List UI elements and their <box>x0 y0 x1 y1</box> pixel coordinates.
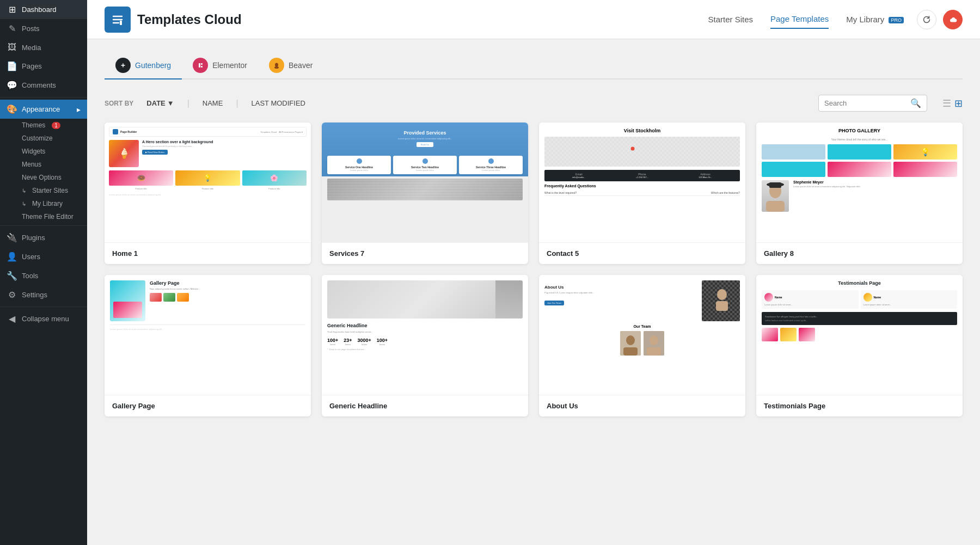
tab-gutenberg[interactable]: Gutenberg <box>105 52 182 79</box>
themes-badge: 1 <box>52 122 60 129</box>
starter-sites-arrow-icon: ↳ <box>22 188 26 194</box>
users-icon: 👤 <box>7 252 17 262</box>
sidebar-label-widgets: Widgets <box>22 148 45 155</box>
sidebar-item-settings[interactable]: ⚙ Settings <box>0 285 87 304</box>
template-label-gallery-8: Gallery 8 <box>756 242 963 264</box>
sidebar-divider-3 <box>0 307 87 307</box>
sort-by-last-modified[interactable]: LAST MODIFIED <box>247 97 310 109</box>
sidebar-item-neve-options[interactable]: Neve Options <box>17 171 87 184</box>
sidebar-item-posts[interactable]: ✎ Posts <box>0 19 87 38</box>
template-card-services-7[interactable]: Provided Services Lorem ipsum dolor sit … <box>322 123 528 264</box>
svg-rect-4 <box>199 63 200 68</box>
sidebar-label-starter-sites: Starter Sites <box>32 187 68 194</box>
sidebar-item-tools[interactable]: 🔧 Tools <box>0 266 87 285</box>
sidebar-item-comments[interactable]: 💬 Comments <box>0 76 87 95</box>
gutenberg-icon <box>115 58 131 73</box>
list-view-button[interactable]: ☰ <box>942 97 951 109</box>
template-card-gallery-page[interactable]: Gallery Page Nam adipisit gravida lectus… <box>105 275 311 417</box>
sort-by-label: SORT BY <box>105 100 133 107</box>
sidebar-item-menus[interactable]: Menus <box>17 158 87 171</box>
sidebar-label-pages: Pages <box>22 62 42 70</box>
beaver-icon <box>269 58 284 73</box>
sidebar-item-theme-file-editor[interactable]: Theme File Editor <box>17 210 87 223</box>
header-nav-my-library[interactable]: My Library PRO <box>846 10 904 28</box>
template-card-generic[interactable]: Generic Headline Truck fingerscribe haim… <box>322 275 528 417</box>
sidebar-item-plugins[interactable]: 🔌 Plugins <box>0 228 87 247</box>
collapse-icon: ◀ <box>7 314 17 324</box>
sidebar-label-posts: Posts <box>22 25 40 33</box>
svg-rect-21 <box>647 347 661 356</box>
sidebar-appearance-submenu: Themes 1 Customize Widgets Menus Neve Op… <box>0 119 87 223</box>
sidebar-item-dashboard[interactable]: ⊞ Dashboard <box>0 0 87 19</box>
sidebar-item-my-library[interactable]: ↳ My Library <box>17 197 87 210</box>
tab-beaver[interactable]: Beaver <box>258 52 323 79</box>
template-card-about-us[interactable]: About Us Pug install 3.0. Lorem magna do… <box>539 275 745 417</box>
plugins-icon: 🔌 <box>7 232 17 243</box>
sidebar-label-plugins: Plugins <box>22 234 45 242</box>
svg-point-14 <box>717 289 727 300</box>
sort-by-name[interactable]: NAME <box>198 97 228 109</box>
sidebar-label-settings: Settings <box>22 291 47 299</box>
media-icon: 🖼 <box>7 42 17 52</box>
sidebar-label-menus: Menus <box>22 161 41 168</box>
sidebar-item-customize[interactable]: Customize <box>17 132 87 145</box>
svg-rect-11 <box>766 201 785 212</box>
template-preview-about-us: About Us Pug install 3.0. Lorem magna do… <box>539 275 745 395</box>
pro-badge: PRO <box>889 17 904 23</box>
tab-elementor[interactable]: Elementor <box>182 52 258 79</box>
sidebar-item-pages[interactable]: 📄 Pages <box>0 57 87 76</box>
my-library-arrow-icon: ↳ <box>22 201 26 207</box>
svg-point-9 <box>274 66 279 69</box>
grid-view-button[interactable]: ⊞ <box>954 97 963 109</box>
logo-icon <box>105 7 131 33</box>
sidebar-item-widgets[interactable]: Widgets <box>17 145 87 158</box>
tab-elementor-label: Elementor <box>212 61 247 70</box>
template-grid: Page Builder Templates Cloud All Permane… <box>105 123 963 417</box>
template-preview-gallery-page: Gallery Page Nam adipisit gravida lectus… <box>105 275 311 395</box>
svg-rect-6 <box>201 66 203 68</box>
header-actions <box>917 10 963 29</box>
sort-by-date[interactable]: DATE ▼ <box>142 97 178 109</box>
template-label-home-1: Home 1 <box>105 242 311 264</box>
sidebar-item-themes[interactable]: Themes 1 <box>17 119 87 132</box>
sidebar-item-starter-sites[interactable]: ↳ Starter Sites <box>17 184 87 197</box>
template-label-contact-5: Contact 5 <box>539 242 745 264</box>
toolbar: SORT BY DATE ▼ | NAME | LAST MODIFIED 🔍 … <box>105 95 963 112</box>
template-label-gallery-page: Gallery Page <box>105 395 311 417</box>
sidebar-label-dashboard: Dashboard <box>22 5 57 14</box>
template-preview-generic: Generic Headline Truck fingerscribe haim… <box>322 275 528 395</box>
svg-point-20 <box>650 335 658 345</box>
sidebar-divider-1 <box>0 97 87 97</box>
template-card-home-1[interactable]: Page Builder Templates Cloud All Permane… <box>105 123 311 264</box>
settings-icon: ⚙ <box>7 290 17 300</box>
svg-rect-5 <box>201 63 203 65</box>
svg-point-8 <box>275 63 278 67</box>
sort-sep-1: | <box>187 99 189 108</box>
header-nav-starter-sites[interactable]: Starter Sites <box>708 10 753 28</box>
sidebar-item-users[interactable]: 👤 Users <box>0 247 87 266</box>
sidebar-item-collapse[interactable]: ◀ Collapse menu <box>0 309 87 328</box>
sidebar-item-media[interactable]: 🖼 Media <box>0 38 87 57</box>
header-nav-page-templates[interactable]: Page Templates <box>770 10 829 29</box>
cloud-button[interactable] <box>943 10 963 29</box>
sidebar-label-appearance: Appearance <box>22 105 60 113</box>
search-input[interactable] <box>824 99 906 107</box>
template-preview-testimonials: Testimonials Page Name Lorem ipsum dolor… <box>756 275 963 395</box>
template-card-gallery-8[interactable]: PHOTO GALLERY Your theme cloud tell the … <box>756 123 963 264</box>
tab-gutenberg-label: Gutenberg <box>135 61 171 70</box>
template-card-testimonials[interactable]: Testimonials Page Name Lorem ipsum dolor… <box>756 275 963 417</box>
svg-rect-18 <box>623 347 638 356</box>
sidebar-label-theme-file-editor: Theme File Editor <box>22 213 74 221</box>
refresh-button[interactable] <box>917 10 936 29</box>
sort-sep-2: | <box>236 99 238 108</box>
svg-point-17 <box>626 335 635 345</box>
template-label-generic: Generic Headline <box>322 395 528 417</box>
template-card-contact-5[interactable]: Visit Stockholm Email info@studio... <box>539 123 745 264</box>
sidebar-label-collapse: Collapse menu <box>22 315 69 323</box>
header-logo: Templates Cloud <box>105 7 242 33</box>
sidebar-item-appearance[interactable]: 🎨 Appearance ▸ <box>0 100 87 119</box>
tools-icon: 🔧 <box>7 271 17 281</box>
sidebar-label-media: Media <box>22 44 41 52</box>
main-area: Templates Cloud Starter Sites Page Templ… <box>87 0 980 545</box>
tab-beaver-label: Beaver <box>289 61 313 70</box>
